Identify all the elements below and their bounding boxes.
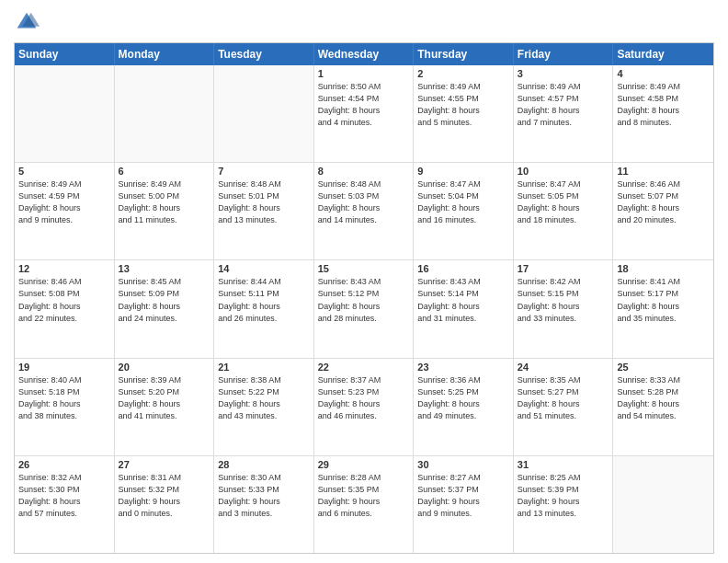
day-cell-12: 12Sunrise: 8:46 AM Sunset: 5:08 PM Dayli… xyxy=(15,260,115,357)
day-info: Sunrise: 8:42 AM Sunset: 5:15 PM Dayligh… xyxy=(518,276,609,324)
day-info: Sunrise: 8:46 AM Sunset: 5:07 PM Dayligh… xyxy=(617,178,710,226)
day-info: Sunrise: 8:43 AM Sunset: 5:12 PM Dayligh… xyxy=(318,276,410,324)
day-info: Sunrise: 8:44 AM Sunset: 5:11 PM Dayligh… xyxy=(218,276,310,324)
day-info: Sunrise: 8:47 AM Sunset: 5:04 PM Dayligh… xyxy=(417,178,509,226)
day-cell-24: 24Sunrise: 8:35 AM Sunset: 5:27 PM Dayli… xyxy=(514,359,614,455)
day-cell-3: 3Sunrise: 8:49 AM Sunset: 4:57 PM Daylig… xyxy=(514,65,614,162)
day-number: 2 xyxy=(417,68,509,79)
day-cell-20: 20Sunrise: 8:39 AM Sunset: 5:20 PM Dayli… xyxy=(115,359,215,455)
day-number: 31 xyxy=(518,459,609,470)
header-tuesday: Tuesday xyxy=(214,43,314,65)
day-cell-28: 28Sunrise: 8:30 AM Sunset: 5:33 PM Dayli… xyxy=(214,456,314,553)
day-number: 12 xyxy=(18,263,110,274)
day-number: 3 xyxy=(518,68,609,79)
day-number: 15 xyxy=(318,263,410,274)
day-cell-10: 10Sunrise: 8:47 AM Sunset: 5:05 PM Dayli… xyxy=(514,163,614,259)
day-cell-14: 14Sunrise: 8:44 AM Sunset: 5:11 PM Dayli… xyxy=(214,260,314,357)
day-number: 7 xyxy=(218,166,310,177)
day-number: 8 xyxy=(318,166,410,177)
day-cell-18: 18Sunrise: 8:41 AM Sunset: 5:17 PM Dayli… xyxy=(613,260,713,357)
day-number: 16 xyxy=(417,263,509,274)
day-number: 21 xyxy=(218,362,310,373)
day-number: 11 xyxy=(617,166,710,177)
day-number: 6 xyxy=(119,166,210,177)
header-monday: Monday xyxy=(115,43,215,65)
day-number: 10 xyxy=(518,166,609,177)
day-info: Sunrise: 8:50 AM Sunset: 4:54 PM Dayligh… xyxy=(318,81,410,129)
day-info: Sunrise: 8:40 AM Sunset: 5:18 PM Dayligh… xyxy=(18,374,110,422)
day-cell-17: 17Sunrise: 8:42 AM Sunset: 5:15 PM Dayli… xyxy=(514,260,614,357)
day-number: 29 xyxy=(318,459,410,470)
day-number: 9 xyxy=(417,166,509,177)
logo-icon xyxy=(14,9,40,35)
day-info: Sunrise: 8:30 AM Sunset: 5:33 PM Dayligh… xyxy=(218,472,310,520)
day-cell-8: 8Sunrise: 8:48 AM Sunset: 5:03 PM Daylig… xyxy=(314,163,415,259)
header-friday: Friday xyxy=(514,43,614,65)
day-number: 14 xyxy=(218,263,310,274)
day-number: 4 xyxy=(617,68,710,79)
day-cell-25: 25Sunrise: 8:33 AM Sunset: 5:28 PM Dayli… xyxy=(613,359,713,455)
day-cell-2: 2Sunrise: 8:49 AM Sunset: 4:55 PM Daylig… xyxy=(414,65,514,162)
day-info: Sunrise: 8:45 AM Sunset: 5:09 PM Dayligh… xyxy=(119,276,210,324)
header-saturday: Saturday xyxy=(613,43,713,65)
logo xyxy=(14,9,43,35)
calendar-header: SundayMondayTuesdayWednesdayThursdayFrid… xyxy=(15,43,713,65)
empty-cell-0-1 xyxy=(115,65,215,162)
day-info: Sunrise: 8:25 AM Sunset: 5:39 PM Dayligh… xyxy=(518,472,609,520)
day-cell-19: 19Sunrise: 8:40 AM Sunset: 5:18 PM Dayli… xyxy=(15,359,115,455)
day-number: 24 xyxy=(518,362,609,373)
day-cell-13: 13Sunrise: 8:45 AM Sunset: 5:09 PM Dayli… xyxy=(115,260,215,357)
empty-cell-0-0 xyxy=(15,65,115,162)
day-number: 25 xyxy=(617,362,710,373)
day-cell-4: 4Sunrise: 8:49 AM Sunset: 4:58 PM Daylig… xyxy=(613,65,713,162)
day-info: Sunrise: 8:33 AM Sunset: 5:28 PM Dayligh… xyxy=(617,374,710,422)
day-info: Sunrise: 8:49 AM Sunset: 4:58 PM Dayligh… xyxy=(617,81,710,129)
day-info: Sunrise: 8:36 AM Sunset: 5:25 PM Dayligh… xyxy=(417,374,509,422)
header-thursday: Thursday xyxy=(414,43,514,65)
day-info: Sunrise: 8:43 AM Sunset: 5:14 PM Dayligh… xyxy=(417,276,509,324)
day-cell-15: 15Sunrise: 8:43 AM Sunset: 5:12 PM Dayli… xyxy=(314,260,415,357)
day-info: Sunrise: 8:49 AM Sunset: 4:59 PM Dayligh… xyxy=(18,178,110,226)
day-cell-30: 30Sunrise: 8:27 AM Sunset: 5:37 PM Dayli… xyxy=(414,456,514,553)
day-cell-31: 31Sunrise: 8:25 AM Sunset: 5:39 PM Dayli… xyxy=(514,456,614,553)
calendar-row-3: 19Sunrise: 8:40 AM Sunset: 5:18 PM Dayli… xyxy=(15,359,713,456)
day-info: Sunrise: 8:37 AM Sunset: 5:23 PM Dayligh… xyxy=(318,374,410,422)
day-info: Sunrise: 8:46 AM Sunset: 5:08 PM Dayligh… xyxy=(18,276,110,324)
day-info: Sunrise: 8:47 AM Sunset: 5:05 PM Dayligh… xyxy=(518,178,609,226)
day-info: Sunrise: 8:48 AM Sunset: 5:03 PM Dayligh… xyxy=(318,178,410,226)
day-info: Sunrise: 8:27 AM Sunset: 5:37 PM Dayligh… xyxy=(417,472,509,520)
day-number: 30 xyxy=(417,459,509,470)
day-number: 20 xyxy=(119,362,210,373)
day-cell-26: 26Sunrise: 8:32 AM Sunset: 5:30 PM Dayli… xyxy=(15,456,115,553)
calendar-body: 1Sunrise: 8:50 AM Sunset: 4:54 PM Daylig… xyxy=(15,65,713,553)
day-info: Sunrise: 8:48 AM Sunset: 5:01 PM Dayligh… xyxy=(218,178,310,226)
day-number: 17 xyxy=(518,263,609,274)
day-number: 27 xyxy=(119,459,210,470)
day-cell-22: 22Sunrise: 8:37 AM Sunset: 5:23 PM Dayli… xyxy=(314,359,415,455)
day-cell-16: 16Sunrise: 8:43 AM Sunset: 5:14 PM Dayli… xyxy=(414,260,514,357)
day-cell-23: 23Sunrise: 8:36 AM Sunset: 5:25 PM Dayli… xyxy=(414,359,514,455)
day-number: 28 xyxy=(218,459,310,470)
calendar-row-4: 26Sunrise: 8:32 AM Sunset: 5:30 PM Dayli… xyxy=(15,456,713,553)
day-cell-27: 27Sunrise: 8:31 AM Sunset: 5:32 PM Dayli… xyxy=(115,456,215,553)
day-cell-9: 9Sunrise: 8:47 AM Sunset: 5:04 PM Daylig… xyxy=(414,163,514,259)
header-wednesday: Wednesday xyxy=(314,43,415,65)
day-cell-1: 1Sunrise: 8:50 AM Sunset: 4:54 PM Daylig… xyxy=(314,65,415,162)
day-number: 18 xyxy=(617,263,710,274)
header xyxy=(14,9,714,35)
calendar: SundayMondayTuesdayWednesdayThursdayFrid… xyxy=(14,42,714,554)
day-cell-5: 5Sunrise: 8:49 AM Sunset: 4:59 PM Daylig… xyxy=(15,163,115,259)
day-number: 13 xyxy=(119,263,210,274)
day-info: Sunrise: 8:41 AM Sunset: 5:17 PM Dayligh… xyxy=(617,276,710,324)
day-info: Sunrise: 8:35 AM Sunset: 5:27 PM Dayligh… xyxy=(518,374,609,422)
day-cell-7: 7Sunrise: 8:48 AM Sunset: 5:01 PM Daylig… xyxy=(214,163,314,259)
day-number: 19 xyxy=(18,362,110,373)
day-info: Sunrise: 8:38 AM Sunset: 5:22 PM Dayligh… xyxy=(218,374,310,422)
day-info: Sunrise: 8:39 AM Sunset: 5:20 PM Dayligh… xyxy=(119,374,210,422)
calendar-row-2: 12Sunrise: 8:46 AM Sunset: 5:08 PM Dayli… xyxy=(15,260,713,358)
calendar-row-1: 5Sunrise: 8:49 AM Sunset: 4:59 PM Daylig… xyxy=(15,163,713,260)
day-number: 23 xyxy=(417,362,509,373)
page: SundayMondayTuesdayWednesdayThursdayFrid… xyxy=(0,0,728,563)
day-cell-6: 6Sunrise: 8:49 AM Sunset: 5:00 PM Daylig… xyxy=(115,163,215,259)
day-number: 1 xyxy=(318,68,410,79)
